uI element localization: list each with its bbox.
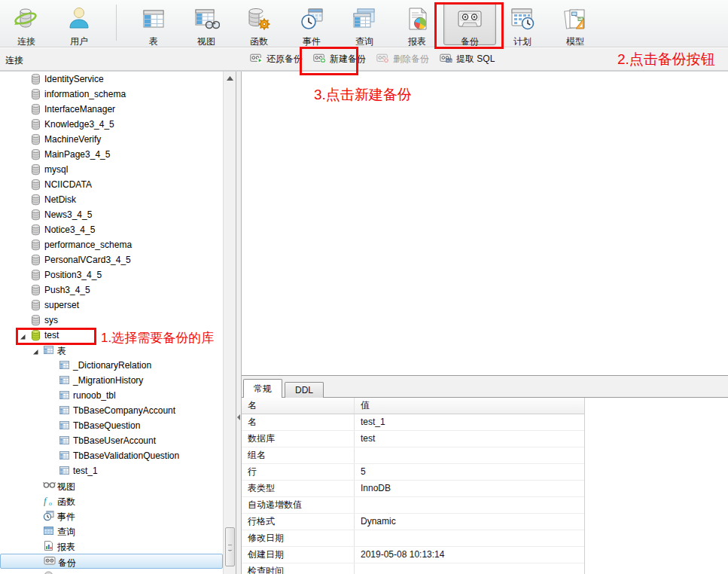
property-value: test (355, 431, 584, 447)
delete-backup-button[interactable]: 删除备份 (371, 50, 434, 68)
property-row[interactable]: 数据库test (242, 431, 584, 447)
toolbar-button-query[interactable]: 查询 (338, 2, 391, 45)
tree-item-tbbasevalidationquestion[interactable]: TbBaseValidationQuestion (0, 448, 223, 463)
tree-item-tbbaseuseraccount[interactable]: TbBaseUserAccount (0, 433, 223, 448)
tree-item-label: mysql (44, 164, 68, 175)
toolbar-button-connection[interactable]: 连接 (0, 2, 53, 45)
backup-list-area (242, 72, 728, 375)
property-row[interactable]: 检查时间 (242, 563, 584, 574)
tree-item-news3-4-5[interactable]: News3_4_5 (0, 207, 223, 222)
toolbar-button-schedule[interactable]: 计划 (496, 2, 549, 45)
tree-item-tbbasequestion[interactable]: TbBaseQuestion (0, 418, 223, 433)
tree-item-views-folder[interactable]: 视图 (0, 478, 223, 493)
property-row[interactable]: 自动递增数值 (242, 497, 584, 514)
circle-icon (43, 570, 54, 574)
scrollbar-up-arrow-icon[interactable] (224, 72, 236, 84)
property-name: 表类型 (242, 481, 355, 496)
properties-grid: 名值名test_1数据库test组名行5表类型InnoDB自动递增数值行格式Dy… (242, 398, 585, 574)
extract-sql-button[interactable]: SQL提取 SQL (434, 50, 500, 68)
column-header-value[interactable]: 值 (355, 398, 584, 414)
tree-item-tables-folder[interactable]: 表 (0, 343, 223, 358)
toolbar-button-backup[interactable]: 备份 (443, 2, 496, 45)
tree-item-machineverify[interactable]: MachineVerify (0, 132, 223, 147)
db-icon (30, 284, 41, 296)
property-row[interactable]: 组名 (242, 447, 584, 464)
toolbar-button-label: 事件 (303, 37, 321, 47)
property-name: 数据库 (242, 431, 355, 447)
tbl-icon (59, 435, 70, 446)
column-header-name[interactable]: 名 (242, 398, 355, 414)
property-row[interactable]: 修改日期 (242, 530, 584, 547)
tree-item-functions-folder[interactable]: fo函数 (0, 493, 223, 508)
toolbar-button-view[interactable]: 视图 (180, 2, 233, 45)
property-row[interactable]: 表类型InnoDB (242, 481, 584, 497)
tree-item-interfacemanager[interactable]: InterfaceManager (0, 102, 223, 117)
tree-item-backup-folder[interactable]: 备份 (0, 554, 223, 569)
tree-item-reports-folder[interactable]: 报表 (0, 539, 223, 554)
tree-item-test[interactable]: test (0, 328, 223, 343)
expand-arrow-icon[interactable] (32, 347, 39, 358)
tree-item-label: _MigrationHistory (73, 375, 143, 386)
new-backup-icon (313, 53, 326, 66)
tree-item-events-folder[interactable]: 事件 (0, 508, 223, 524)
tree-item-netdisk[interactable]: NetDisk (0, 192, 223, 207)
tree-item-personalvcard3-4-5[interactable]: PersonalVCard3_4_5 (0, 252, 223, 267)
tree-scrollbar[interactable] (223, 72, 236, 574)
tree-item-dictionaryrelation[interactable]: _DictionaryRelation (0, 358, 223, 373)
tree-item-test-1[interactable]: test_1 (0, 463, 223, 478)
property-value: Dynamic (355, 514, 584, 530)
backup-toolbar-buttons: 还原备份新建备份删除备份SQL提取 SQL (245, 48, 500, 70)
new-backup-button[interactable]: 新建备份 (308, 50, 371, 68)
tree-item-nciicdata[interactable]: NCIICDATA (0, 177, 223, 192)
backup-toolbar: 连接 还原备份新建备份删除备份SQL提取 SQL (0, 48, 728, 72)
tree-item-position3-4-5[interactable]: Position3_4_5 (0, 267, 223, 282)
tree-item-label: 视图 (57, 481, 75, 493)
db-icon (30, 239, 41, 251)
tree-item-label: Knowledge3_4_5 (44, 119, 114, 130)
tree-item-identityservice[interactable]: IdentityService (0, 72, 223, 87)
restore-backup-button[interactable]: 还原备份 (245, 50, 308, 68)
property-value: test_1 (355, 414, 584, 430)
db-icon (30, 179, 41, 191)
property-row[interactable]: 行5 (242, 464, 584, 481)
tree-item-runoob-tbl[interactable]: runoob_tbl (0, 388, 223, 403)
expand-arrow-icon[interactable] (20, 332, 26, 343)
toolbar-button-model[interactable]: 模型 (549, 2, 602, 45)
tree-item-push3-4-5[interactable]: Push3_4_5 (0, 282, 223, 298)
tab-general[interactable]: 常规 (243, 379, 282, 398)
db-green-icon (30, 329, 41, 341)
tree-item-performance-schema[interactable]: performance_schema (0, 237, 223, 252)
button-label: 提取 SQL (456, 53, 495, 66)
property-row[interactable]: 名test_1 (242, 414, 584, 431)
scrollbar-thumb[interactable] (225, 527, 235, 566)
tree-item-superset[interactable]: superset (0, 298, 223, 313)
db-icon (30, 73, 41, 85)
tree-item-queries-folder[interactable]: 查询 (0, 524, 223, 539)
splitter-collapse-icon[interactable] (237, 414, 240, 420)
tab-ddl[interactable]: DDL (285, 382, 324, 398)
toolbar-button-function[interactable]: 函数 (233, 2, 285, 45)
tree-item-mainpage3-4-5[interactable]: MainPage3_4_5 (0, 147, 223, 162)
toolbar-button-label: 备份 (461, 37, 479, 47)
toolbar-button-label: 表 (149, 37, 158, 47)
tree-item-tbbasecompanyaccount[interactable]: TbBaseCompanyAccount (0, 403, 223, 418)
toolbar-button-table[interactable]: 表 (127, 2, 180, 45)
property-row[interactable]: 创建日期2019-05-08 10:13:14 (242, 547, 584, 563)
cassette-icon (44, 556, 56, 566)
toolbar-button-event[interactable]: 事件 (285, 2, 338, 45)
tree-item-information-schema[interactable]: information_schema (0, 87, 223, 102)
panel-splitter[interactable] (236, 72, 242, 574)
toolbar-button-user[interactable]: 用户 (53, 2, 105, 45)
tree-item-partial-item[interactable] (0, 569, 223, 574)
property-row[interactable]: 行格式Dynamic (242, 514, 584, 530)
tree-item-knowledge3-4-5[interactable]: Knowledge3_4_5 (0, 117, 223, 132)
tree-item-mysql[interactable]: mysql (0, 162, 223, 177)
tree-item-label: TbBaseCompanyAccount (73, 405, 175, 416)
tree-item-migrationhistory[interactable]: _MigrationHistory (0, 373, 223, 388)
extract-sql-icon: SQL (440, 53, 452, 66)
tree-item-label: sys (44, 315, 58, 325)
property-value: InnoDB (355, 481, 584, 496)
toolbar-button-report[interactable]: 报表 (391, 2, 443, 45)
tree-item-sys[interactable]: sys (0, 313, 223, 328)
tree-item-notice3-4-5[interactable]: Notice3_4_5 (0, 222, 223, 237)
